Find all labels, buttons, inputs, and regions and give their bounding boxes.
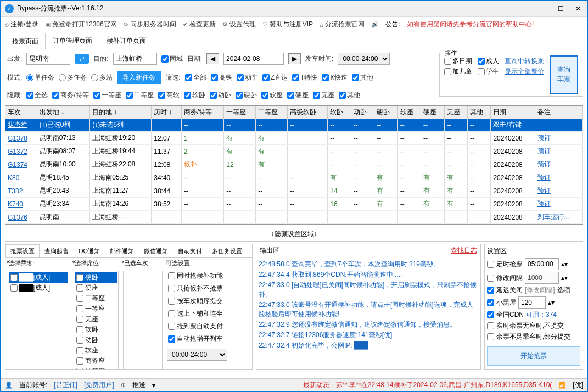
col-header[interactable]: 日期 bbox=[491, 106, 535, 119]
realtime-check[interactable] bbox=[487, 322, 494, 329]
subtab[interactable]: 抢票设置 bbox=[5, 244, 40, 257]
filter-other[interactable] bbox=[352, 74, 359, 81]
filter-dongche[interactable] bbox=[237, 74, 244, 81]
interval-check[interactable] bbox=[487, 275, 494, 282]
hide-second[interactable] bbox=[126, 92, 133, 99]
table-row[interactable]: G1372昆明南08:07上海虹桥19:4411:372有有----------… bbox=[5, 145, 583, 158]
import-task-button[interactable]: 导入新任务 bbox=[117, 71, 161, 84]
hide-all[interactable] bbox=[26, 92, 33, 99]
mode-multi-radio[interactable] bbox=[59, 74, 66, 81]
filter-all[interactable] bbox=[185, 74, 192, 81]
filter-zdirect[interactable] bbox=[262, 74, 270, 81]
seat-item[interactable]: 硬座 bbox=[75, 283, 117, 293]
adult-check[interactable] bbox=[478, 58, 485, 65]
logout-link[interactable]: ⎋注销/登录 bbox=[5, 20, 38, 29]
query-button[interactable]: 查询 车票 bbox=[550, 55, 578, 94]
subtab[interactable]: 自动支付 bbox=[173, 244, 207, 257]
timed-check[interactable] bbox=[487, 261, 494, 268]
tab-waitlist[interactable]: 候补订单页面 bbox=[99, 32, 153, 49]
subtab[interactable]: 查询起售 bbox=[40, 244, 74, 257]
delay-check[interactable] bbox=[487, 287, 494, 294]
table-row[interactable]: K740昆明23:34上海南14:2638:52--------16--有--有… bbox=[5, 198, 583, 211]
spinner-icon[interactable]: ▴▾ bbox=[548, 299, 555, 306]
hide-wuzuo[interactable] bbox=[313, 92, 320, 99]
mode-single-radio[interactable] bbox=[26, 74, 33, 81]
col-header[interactable]: 硬卧 bbox=[374, 106, 397, 119]
col-header[interactable]: 出发地 ↓ bbox=[37, 106, 90, 119]
hide-ruanzuo[interactable] bbox=[261, 92, 268, 99]
col-header[interactable]: 软座 bbox=[397, 106, 421, 119]
date-input[interactable] bbox=[223, 53, 284, 65]
tab-orders[interactable]: 订单管理页面 bbox=[46, 32, 99, 49]
blacklist-input[interactable] bbox=[518, 296, 546, 309]
col-header[interactable]: 动卧 bbox=[351, 106, 374, 119]
seat-item[interactable]: 商务座 bbox=[75, 356, 117, 366]
subtab[interactable]: 邮件通知 bbox=[105, 244, 139, 257]
spinner-icon[interactable]: ▴▾ bbox=[561, 274, 568, 282]
hide-ruanwo[interactable] bbox=[184, 92, 191, 99]
option-item[interactable]: 自动抢增开列车 bbox=[167, 334, 234, 344]
student-check[interactable] bbox=[478, 68, 485, 75]
hide-yingzuo[interactable] bbox=[287, 92, 294, 99]
to-input[interactable] bbox=[113, 53, 157, 65]
option-item[interactable]: 抢到票自动支付 bbox=[167, 321, 234, 332]
check-update-link[interactable]: ✔检查更新 bbox=[183, 20, 216, 29]
seat-item[interactable]: 特等座 bbox=[75, 366, 117, 369]
option-item[interactable]: 按车次顺序提交 bbox=[167, 296, 234, 306]
maximize-button[interactable]: ☐ bbox=[558, 5, 565, 13]
cdn-check[interactable] bbox=[487, 311, 494, 318]
depart-time-select[interactable]: 00:00-24:00 bbox=[338, 53, 390, 65]
table-row[interactable]: G1378昆明南07:13上海虹桥19:2012:071有有----------… bbox=[5, 132, 583, 145]
table-row[interactable]: G1374昆明南10:00上海虹桥22:0812:08候补12有--------… bbox=[5, 158, 583, 171]
col-header[interactable]: 高级软卧 bbox=[288, 106, 328, 119]
col-header[interactable]: 备注 bbox=[535, 106, 582, 119]
partial-check[interactable] bbox=[487, 333, 494, 340]
col-header[interactable]: 商务/特等 bbox=[181, 106, 224, 119]
subtab[interactable]: 多任务设置 bbox=[207, 244, 247, 257]
col-header[interactable]: 目的地 ↓ bbox=[90, 106, 152, 119]
from-input[interactable] bbox=[26, 53, 70, 65]
subtab[interactable]: QQ通知 bbox=[74, 244, 105, 257]
multidate-check[interactable] bbox=[444, 58, 451, 65]
hide-other[interactable] bbox=[339, 92, 346, 99]
date-next-button[interactable]: ▶ bbox=[288, 53, 301, 64]
close-button[interactable]: ✕ bbox=[575, 5, 583, 13]
seat-item[interactable]: 一等座 bbox=[75, 304, 117, 314]
passenger-item[interactable]: ███[成人] bbox=[9, 283, 68, 293]
filter-tfast[interactable] bbox=[292, 74, 299, 81]
hide-yingwo[interactable] bbox=[236, 92, 243, 99]
spinner-icon[interactable]: ▴▾ bbox=[561, 260, 568, 268]
mode-multistation-radio[interactable] bbox=[91, 74, 98, 81]
selected-trains-list[interactable] bbox=[123, 271, 163, 369]
date-prev-button[interactable]: ◀ bbox=[206, 53, 219, 64]
official-site-link[interactable]: ⌂分流抢票官网 bbox=[320, 20, 365, 29]
seat-item[interactable]: 硬卧 bbox=[75, 272, 117, 283]
timed-input[interactable] bbox=[525, 258, 559, 270]
col-header[interactable]: 一等座 bbox=[224, 106, 256, 119]
same-city-check[interactable] bbox=[161, 55, 169, 63]
col-header[interactable]: 其他 bbox=[467, 106, 490, 119]
hide-biz[interactable] bbox=[52, 92, 59, 99]
seat-item[interactable]: 无座 bbox=[75, 314, 117, 324]
minimize-button[interactable]: — bbox=[540, 5, 548, 13]
seat-item[interactable]: 软卧 bbox=[75, 324, 117, 335]
seat-item[interactable]: 动卧 bbox=[75, 335, 117, 345]
passenger-item[interactable]: ███[成人] bbox=[9, 272, 68, 283]
col-header[interactable]: 硬座 bbox=[421, 106, 444, 119]
seat-list[interactable]: 硬卧 硬座 二等座 一等座 无座 软卧 动卧 软座 商务座 特等座 bbox=[74, 271, 119, 369]
table-row[interactable]: K80昆明18:45上海南05:2534:40--------有--有--有有-… bbox=[5, 171, 583, 184]
open-official-link[interactable]: ▣免登录打开12306官网 bbox=[45, 20, 116, 29]
showall-link[interactable]: 显示全部票价 bbox=[505, 67, 544, 76]
start-grab-button[interactable]: 开始抢票 bbox=[487, 346, 580, 366]
col-header[interactable]: 车次 bbox=[5, 106, 37, 119]
sync-time-link[interactable]: ⟳同步服务器时间 bbox=[124, 20, 176, 29]
blacklist-check[interactable] bbox=[487, 299, 494, 306]
option-item[interactable]: 选上下铺和连坐 bbox=[167, 309, 234, 319]
col-header[interactable]: 二等座 bbox=[256, 106, 288, 119]
hide-gaoruan[interactable] bbox=[158, 92, 165, 99]
option-item[interactable]: 同时抢候补功能 bbox=[167, 271, 234, 281]
passenger-list[interactable]: ███[成人] ███[成人] bbox=[8, 271, 69, 369]
time-range-select[interactable]: 00:00-24:00 bbox=[167, 349, 227, 361]
col-header[interactable]: 软卧 bbox=[328, 106, 351, 119]
seat-item[interactable]: 二等座 bbox=[75, 293, 117, 304]
